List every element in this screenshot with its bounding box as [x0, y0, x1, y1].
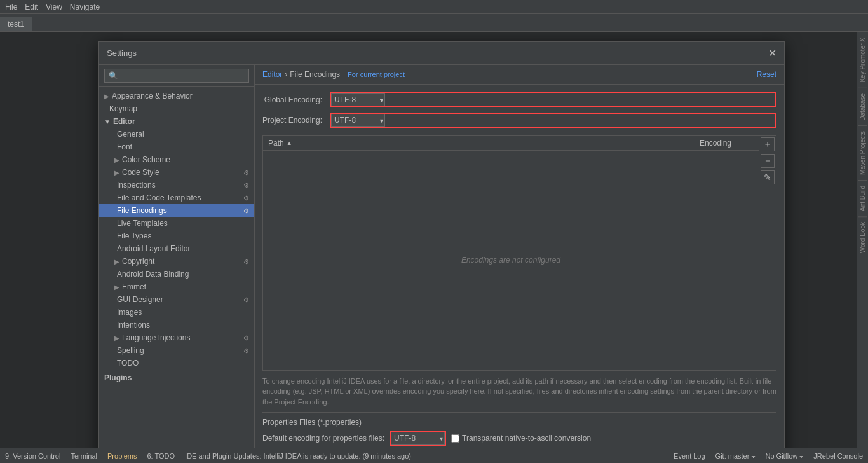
nav-item-inspections[interactable]: Inspections ⚙	[99, 179, 254, 191]
nav-item-appearance[interactable]: ▶ Appearance & Behavior	[99, 90, 254, 102]
ide-shell: File Edit View Navigate test1 Settings ✕	[0, 0, 868, 463]
chevron-right-icon-cs: ▶	[114, 156, 119, 163]
nav-label-inspections: Inspections	[117, 181, 156, 190]
nav-item-file-types[interactable]: File Types	[99, 230, 254, 242]
status-terminal[interactable]: Terminal	[71, 452, 97, 460]
menu-edit[interactable]: Edit	[25, 3, 38, 11]
nav-item-emmet[interactable]: ▶ Emmet	[99, 280, 254, 293]
dialog-title: Settings	[107, 48, 137, 58]
global-encoding-select[interactable]: UTF-8 ISO-8859-1 US-ASCII	[331, 93, 385, 106]
properties-row: Default encoding for properties files: U…	[262, 431, 776, 446]
nav-label-emmet: Emmet	[122, 282, 146, 291]
add-encoding-button[interactable]: ＋	[761, 137, 775, 151]
nav-item-images[interactable]: Images	[99, 306, 254, 319]
breadcrumb-parent[interactable]: Editor	[262, 70, 282, 79]
search-input[interactable]	[104, 69, 249, 83]
nav-label-android-layout-editor: Android Layout Editor	[117, 244, 190, 253]
settings-icon-cr: ⚙	[243, 258, 249, 265]
nav-item-android-data-binding[interactable]: Android Data Binding	[99, 268, 254, 280]
table-main: Path Encoding Encodings are not configur…	[263, 136, 759, 370]
nav-label-editor: Editor	[113, 117, 135, 126]
nav-item-spelling[interactable]: Spelling ⚙	[99, 344, 254, 357]
menu-navigate[interactable]: Navigate	[70, 3, 100, 11]
status-event-log[interactable]: Event Log	[674, 452, 705, 460]
nav-item-android-layout-editor[interactable]: Android Layout Editor	[99, 242, 254, 255]
nav-item-todo[interactable]: TODO	[99, 357, 254, 370]
project-encoding-select-wrapper: UTF-8 ISO-8859-1 US-ASCII ▾	[331, 114, 385, 127]
global-encoding-select-wrapper: UTF-8 ISO-8859-1 US-ASCII ▾	[331, 93, 385, 106]
status-todo[interactable]: 6: TODO	[147, 452, 175, 460]
ide-right-tabs: Key Promoter X Database Maven Projects A…	[857, 32, 868, 448]
reset-link[interactable]: Reset	[757, 70, 776, 79]
breadcrumb-separator: ›	[285, 70, 287, 79]
properties-section-label: Properties Files (*.properties)	[262, 418, 776, 427]
nav-label-copyright: Copyright	[122, 257, 154, 266]
status-version-control[interactable]: 9: Version Control	[5, 452, 60, 460]
right-tab-key-promoter[interactable]: Key Promoter X	[858, 32, 867, 88]
breadcrumb-current: File Encodings	[290, 70, 340, 79]
nav-item-file-code-templates[interactable]: File and Code Templates ⚙	[99, 191, 254, 204]
settings-icon-inspections: ⚙	[243, 182, 249, 189]
nav-label-android-data-binding: Android Data Binding	[117, 270, 189, 279]
nav-label-keymap: Keymap	[109, 104, 137, 113]
right-tab-ant[interactable]: Ant Build	[858, 180, 867, 216]
nav-label-file-code-templates: File and Code Templates	[117, 193, 201, 202]
remove-encoding-button[interactable]: －	[761, 154, 775, 168]
ide-tab-test1[interactable]: test1	[0, 17, 32, 31]
table-side-buttons: ＋ － ✎	[759, 136, 776, 370]
table-header: Path Encoding	[263, 136, 759, 151]
right-content: Global Encoding: UTF-8 ISO-8859-1 US-ASC…	[255, 85, 784, 448]
right-tab-database[interactable]: Database	[858, 88, 867, 126]
status-git[interactable]: Git: master ÷	[715, 452, 756, 460]
transparent-checkbox-wrap: Transparent native-to-ascii conversion	[451, 434, 591, 443]
menu-file[interactable]: File	[5, 3, 17, 11]
nav-label-images: Images	[117, 308, 142, 317]
status-noflow[interactable]: No Gitflow ÷	[766, 452, 804, 460]
close-button[interactable]: ✕	[768, 47, 776, 59]
nav-item-font[interactable]: Font	[99, 141, 254, 153]
nav-item-language-injections[interactable]: ▶ Language Injections ⚙	[99, 331, 254, 344]
breadcrumb: Editor › File Encodings For current proj…	[262, 70, 405, 79]
default-encoding-label: Default encoding for properties files:	[262, 434, 384, 443]
nav-item-live-templates[interactable]: Live Templates	[99, 217, 254, 230]
menu-view[interactable]: View	[46, 3, 62, 11]
path-column-header[interactable]: Path	[268, 139, 677, 148]
right-header: Editor › File Encodings For current proj…	[255, 65, 784, 85]
nav-item-general[interactable]: General	[99, 128, 254, 141]
nav-label-spelling: Spelling	[117, 346, 144, 355]
settings-icon-sp: ⚙	[243, 347, 249, 354]
status-problems[interactable]: Problems	[107, 452, 137, 460]
nav-item-keymap[interactable]: Keymap	[99, 102, 254, 115]
nav-item-code-style[interactable]: ▶ Code Style ⚙	[99, 166, 254, 179]
nav-section-plugins: Plugins	[99, 370, 254, 384]
nav-item-copyright[interactable]: ▶ Copyright ⚙	[99, 255, 254, 268]
right-tab-maven[interactable]: Maven Projects	[858, 125, 867, 180]
nav-item-editor[interactable]: ▼ Editor	[99, 115, 254, 128]
status-jrebel[interactable]: JRebel Console	[813, 452, 863, 460]
default-encoding-select[interactable]: UTF-8 ISO-8859-1 US-ASCII	[391, 432, 445, 445]
nav-item-gui-designer[interactable]: GUI Designer ⚙	[99, 293, 254, 306]
settings-icon-code-style: ⚙	[243, 169, 249, 176]
nav-item-color-scheme[interactable]: ▶ Color Scheme	[99, 153, 254, 166]
settings-icon-gui: ⚙	[243, 296, 249, 303]
settings-dialog: Settings ✕ ▶ Appearance	[98, 41, 785, 448]
right-panel: Editor › File Encodings For current proj…	[255, 65, 784, 448]
table-body: Encodings are not configured	[263, 151, 759, 370]
nav-item-file-encodings[interactable]: File Encodings ⚙	[99, 204, 254, 217]
empty-message: Encodings are not configured	[461, 256, 560, 265]
transparent-checkbox[interactable]	[451, 434, 459, 443]
nav-label-code-style: Code Style	[122, 168, 159, 177]
settings-icon-li: ⚙	[243, 335, 249, 342]
dialog-body: ▶ Appearance & Behavior Keymap ▼ Editor	[99, 65, 784, 448]
project-encoding-label: Project Encoding:	[262, 116, 322, 125]
nav-label-font: Font	[117, 142, 132, 151]
chevron-right-icon: ▶	[104, 93, 109, 100]
edit-encoding-button[interactable]: ✎	[761, 170, 775, 184]
right-tab-word-book[interactable]: Word Book	[858, 216, 867, 258]
breadcrumb-extra: For current project	[348, 71, 405, 78]
global-encoding-select-wrap: UTF-8 ISO-8859-1 US-ASCII ▾	[330, 92, 776, 107]
properties-section: Properties Files (*.properties) Default …	[262, 412, 776, 446]
nav-item-intentions[interactable]: Intentions	[99, 319, 254, 331]
ide-menubar: File Edit View Navigate	[0, 0, 868, 14]
project-encoding-select[interactable]: UTF-8 ISO-8859-1 US-ASCII	[331, 114, 385, 127]
